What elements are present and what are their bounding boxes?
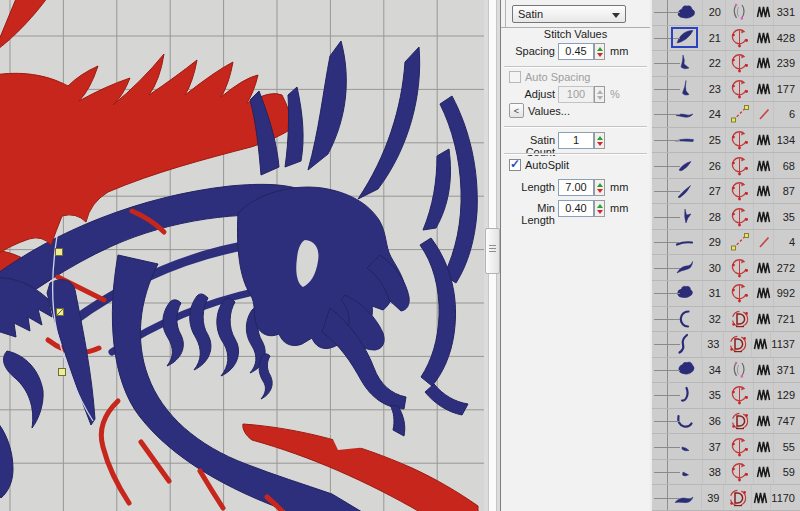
column-d-icon[interactable] xyxy=(725,409,753,434)
adjust-input[interactable]: 100 xyxy=(558,86,594,103)
column-c-icon[interactable] xyxy=(725,179,753,204)
object-list-row[interactable]: 32721 xyxy=(652,307,800,333)
object-list-row[interactable]: 35129 xyxy=(652,383,800,409)
auto-spacing-checkbox[interactable] xyxy=(509,71,521,83)
run-line-icon[interactable] xyxy=(725,102,753,127)
zigzag-stitch-icon[interactable] xyxy=(753,383,773,408)
zigzag-stitch-icon[interactable] xyxy=(753,281,773,306)
object-list-row[interactable]: 294 xyxy=(652,230,800,256)
spin-down-icon[interactable] xyxy=(597,53,603,57)
object-thumbnail[interactable] xyxy=(667,434,702,459)
object-thumbnail[interactable] xyxy=(667,77,702,102)
min-length-input[interactable]: 0.40 xyxy=(558,200,594,217)
spin-down-icon[interactable] xyxy=(597,210,603,214)
object-list-row[interactable]: 3859 xyxy=(652,460,800,486)
spin-down-icon[interactable] xyxy=(597,189,603,193)
zigzag-stitch-icon[interactable] xyxy=(753,153,773,178)
edit-node[interactable] xyxy=(56,249,63,256)
column-c-icon[interactable] xyxy=(725,204,753,229)
object-thumbnail[interactable] xyxy=(667,307,702,332)
object-thumbnail[interactable] xyxy=(667,230,702,255)
run-line-icon[interactable] xyxy=(725,230,753,255)
object-list-row[interactable]: 22239 xyxy=(652,51,800,77)
zigzag-stitch-icon[interactable] xyxy=(751,332,771,357)
spin-up-icon[interactable] xyxy=(597,136,603,140)
length-spinner[interactable] xyxy=(594,179,605,196)
zigzag-stitch-icon[interactable] xyxy=(753,434,773,459)
slash-stitch-icon[interactable] xyxy=(753,230,773,255)
values-button-label[interactable]: Values... xyxy=(528,105,570,117)
column-c-icon[interactable] xyxy=(725,128,753,153)
object-list-row[interactable]: 2835 xyxy=(652,204,800,230)
object-thumbnail[interactable] xyxy=(667,460,702,485)
object-list-row[interactable]: 2668 xyxy=(652,153,800,179)
spacing-input[interactable]: 0.45 xyxy=(558,43,594,60)
stitch-type-dropdown[interactable]: Satin xyxy=(512,5,626,23)
object-thumbnail[interactable] xyxy=(667,179,702,204)
zigzag-stitch-icon[interactable] xyxy=(753,128,773,153)
object-thumbnail[interactable] xyxy=(667,332,701,357)
object-thumbnail[interactable] xyxy=(667,383,702,408)
object-list-row[interactable]: 23177 xyxy=(652,77,800,103)
column-c-icon[interactable] xyxy=(725,153,753,178)
spin-up-icon[interactable] xyxy=(597,204,603,208)
spin-up-icon[interactable] xyxy=(597,183,603,187)
column-c-icon[interactable] xyxy=(725,255,753,280)
zigzag-stitch-icon[interactable] xyxy=(753,409,773,434)
column-d-icon[interactable] xyxy=(723,485,750,510)
zigzag-stitch-icon[interactable] xyxy=(753,179,773,204)
object-list-row[interactable]: 21428 xyxy=(652,26,800,52)
column-c-icon[interactable] xyxy=(725,77,753,102)
object-thumbnail[interactable] xyxy=(667,0,702,25)
column-c-icon[interactable] xyxy=(725,383,753,408)
object-list-row[interactable]: 391170 xyxy=(652,485,800,511)
object-thumbnail[interactable] xyxy=(667,204,702,229)
object-thumbnail[interactable] xyxy=(667,51,702,76)
splitter-grip-handle[interactable] xyxy=(485,228,500,274)
spin-down-icon[interactable] xyxy=(597,142,603,146)
column-c-icon[interactable] xyxy=(725,281,753,306)
object-thumbnail[interactable] xyxy=(667,102,702,127)
object-list-row[interactable]: 246 xyxy=(652,102,800,128)
spacing-spinner[interactable] xyxy=(594,43,605,60)
object-thumbnail[interactable] xyxy=(667,485,701,510)
column-c-icon[interactable] xyxy=(725,460,753,485)
object-list-row[interactable]: 34371 xyxy=(652,358,800,384)
spin-up-icon[interactable] xyxy=(597,47,603,51)
object-list-row[interactable]: 3755 xyxy=(652,434,800,460)
column-d-icon[interactable] xyxy=(723,332,750,357)
zigzag-stitch-icon[interactable] xyxy=(751,485,771,510)
autosplit-checkbox[interactable] xyxy=(509,159,521,171)
zigzag-stitch-icon[interactable] xyxy=(753,26,773,51)
edit-node[interactable] xyxy=(59,369,66,376)
object-list-row[interactable]: 36747 xyxy=(652,409,800,435)
object-list-row[interactable]: 331137 xyxy=(652,332,800,358)
outline-icon[interactable] xyxy=(725,358,753,383)
object-thumbnail[interactable] xyxy=(667,128,702,153)
object-list-row[interactable]: 30272 xyxy=(652,255,800,281)
zigzag-stitch-icon[interactable] xyxy=(753,460,773,485)
object-thumbnail[interactable] xyxy=(667,255,702,280)
satin-count-input[interactable]: 1 xyxy=(558,132,594,149)
panel-splitter[interactable] xyxy=(484,0,500,511)
zigzag-stitch-icon[interactable] xyxy=(753,307,773,332)
values-collapse-button[interactable]: < xyxy=(509,103,524,118)
object-thumbnail[interactable] xyxy=(667,153,702,178)
zigzag-stitch-icon[interactable] xyxy=(753,77,773,102)
object-list-row[interactable]: 31992 xyxy=(652,281,800,307)
object-thumbnail[interactable] xyxy=(667,409,702,434)
object-list-row[interactable]: 20331 xyxy=(652,0,800,26)
outline-icon[interactable] xyxy=(725,0,753,25)
object-thumbnail-selected[interactable] xyxy=(667,26,702,51)
object-thumbnail[interactable] xyxy=(667,358,702,383)
zigzag-stitch-icon[interactable] xyxy=(753,51,773,76)
adjust-spinner[interactable] xyxy=(594,86,605,103)
column-c-icon[interactable] xyxy=(725,51,753,76)
object-list-row[interactable]: 2787 xyxy=(652,179,800,205)
zigzag-stitch-icon[interactable] xyxy=(753,255,773,280)
satin-count-spinner[interactable] xyxy=(594,132,605,149)
length-input[interactable]: 7.00 xyxy=(558,179,594,196)
column-d-icon[interactable] xyxy=(725,307,753,332)
design-canvas[interactable] xyxy=(0,0,484,511)
object-thumbnail[interactable] xyxy=(667,281,702,306)
